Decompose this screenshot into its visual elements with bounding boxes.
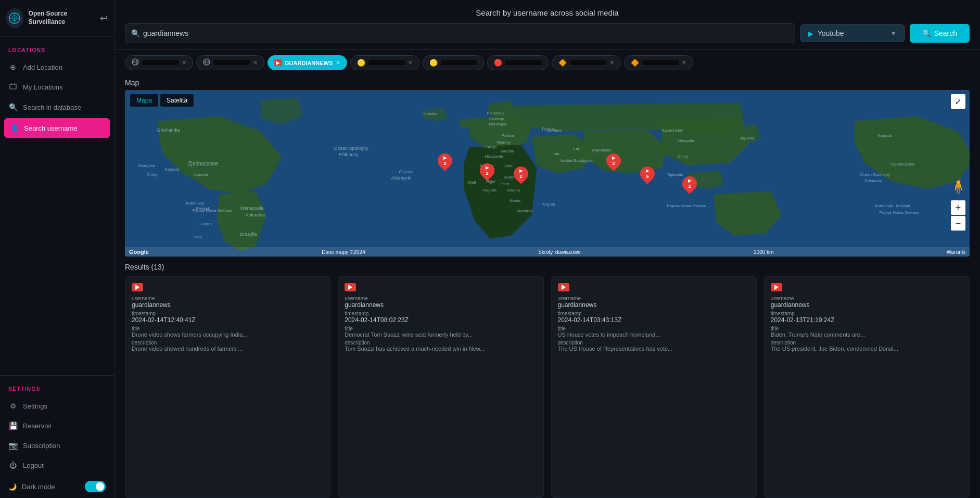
locations-section-label: LOCATIONS (0, 37, 114, 57)
svg-text:Ocean Spokojny: Ocean Spokojny (334, 146, 369, 151)
tab-icon-2 (203, 58, 210, 67)
results-section: Results (13) username guardiannews times… (114, 257, 980, 498)
username-label-4: username (771, 296, 963, 301)
platform-select[interactable]: ▶ Youtube ▼ (800, 24, 905, 42)
card-1-timestamp-field: timestamp 2024-02-14T12:40:41Z (132, 311, 324, 324)
map-container[interactable]: Mapa Satelita ⤢ 🧍 + − (125, 90, 970, 257)
tab-icon-1 (132, 58, 139, 67)
search-database-icon: 🔍 (8, 103, 18, 111)
sidebar-item-search-username[interactable]: 👤 Search username (4, 118, 110, 138)
map-marker-4[interactable]: ▶ 2 (606, 154, 621, 168)
platform-tab-3[interactable]: ▶ GUARDIANNEWS ✕ (268, 55, 347, 70)
page-title: Search by username across social media (125, 8, 970, 17)
sidebar-item-logout[interactable]: ⏻ Logout (0, 455, 114, 475)
card-3-timestamp-field: timestamp 2024-02-14T03:43:13Z (558, 311, 750, 324)
back-icon[interactable]: ↩ (100, 12, 108, 24)
svg-text:Kolumbia: Kolumbia (246, 212, 265, 218)
result-card-4: username guardiannews timestamp 2024-02-… (764, 276, 970, 498)
platform-tab-7[interactable]: 🔶 ✕ (552, 55, 621, 70)
title-label-3: title (558, 326, 750, 331)
map-marker-5[interactable]: ▶ 5 (640, 167, 655, 181)
map-marker-6[interactable]: ▶ 2 (682, 176, 697, 191)
fullscreen-button[interactable]: ⤢ (951, 94, 965, 109)
sidebar-item-label: Add Location (23, 63, 62, 71)
main-content: Search by username across social media 🔍… (114, 0, 980, 498)
chevron-down-icon: ▼ (890, 30, 897, 37)
sidebar-item-reservoir[interactable]: 💾 Reservoir (0, 416, 114, 436)
sidebar-item-my-locations[interactable]: My Locations (0, 77, 114, 97)
username-value-1: guardiannews (132, 301, 324, 309)
search-input[interactable] (125, 23, 795, 43)
card-2-username-field: username guardiannews (345, 296, 537, 309)
sidebar-item-add-location[interactable]: ⊕ Add Location (0, 57, 114, 77)
zoom-in-button[interactable]: + (951, 200, 965, 215)
svg-text:Polska: Polska (502, 133, 515, 138)
card-1-title-field: title Drone video shows farmers occupyin… (132, 326, 324, 338)
close-icon-8[interactable]: ✕ (682, 59, 686, 66)
close-icon-4[interactable]: ✕ (408, 59, 413, 66)
platform-tab-2[interactable]: ✕ (196, 55, 264, 70)
map-marker-3[interactable]: ▶ 2 (480, 163, 494, 178)
platform-icon: ▶ (808, 30, 813, 37)
platform-tabs: ✕ ✕ ▶ GUARDIANNEWS ✕ 🟡 ✕ 🟡 🔴 (114, 50, 980, 75)
map-marker-1[interactable]: ▶ 2 (438, 154, 452, 168)
svg-text:Rosja: Rosja (542, 126, 554, 132)
svg-text:Niemcy: Niemcy (497, 140, 511, 145)
search-button[interactable]: 🔍 Search (910, 24, 970, 43)
tab-label-5 (441, 59, 477, 67)
result-card-3: username guardiannews timestamp 2024-02-… (551, 276, 757, 498)
sidebar-item-search-database[interactable]: 🔍 Search in database (0, 97, 114, 117)
map-marker-2[interactable]: ▶ 2 (514, 167, 528, 181)
settings-icon: ⚙ (8, 402, 18, 410)
tab-icon-5: 🟡 (429, 59, 438, 67)
zoom-out-button[interactable]: − (951, 216, 965, 231)
search-username-icon: 👤 (9, 124, 19, 132)
svg-text:Mali: Mali (468, 180, 476, 185)
platform-tab-1[interactable]: ✕ (125, 55, 193, 70)
close-icon-7[interactable]: ✕ (609, 59, 614, 66)
card-3-username-field: username guardiannews (558, 296, 750, 309)
timestamp-label-4: timestamp (771, 311, 963, 316)
sidebar-item-subscription[interactable]: 📷 Subscription (0, 436, 114, 455)
username-label-2: username (345, 296, 537, 301)
platform-tab-6[interactable]: 🔴 (487, 55, 549, 70)
svg-text:Chiny: Chiny (678, 154, 688, 159)
description-label-4: description (771, 340, 963, 346)
sidebar-item-settings[interactable]: ⚙ Settings (0, 396, 114, 416)
platform-tab-8[interactable]: 🔶 ✕ (624, 55, 693, 70)
title-value-2: Democrat Tom Suozzi wins seat formerly h… (345, 331, 537, 338)
tab-label-3: GUARDIANNEWS (285, 60, 333, 66)
card-3-title-field: title US House votes to impeach homeland… (558, 326, 750, 338)
close-icon-3[interactable]: ✕ (336, 59, 340, 66)
svg-text:Indonezja: Indonezja (875, 203, 894, 208)
google-logo: Google (129, 249, 149, 255)
search-btn-icon: 🔍 (922, 29, 931, 37)
tab-icon-7: 🔶 (558, 59, 567, 67)
svg-text:Norwegia: Norwegia (489, 122, 507, 126)
dark-mode-toggle[interactable] (85, 481, 106, 492)
tab-label-8 (642, 59, 679, 67)
search-btn-label: Search (934, 29, 957, 37)
map-tab-map[interactable]: Mapa (130, 94, 158, 107)
tab-label-7 (570, 59, 606, 67)
dark-mode-row: 🌙 Dark mode (0, 475, 114, 498)
map-data-credit: Dane mapy ©2024 (322, 249, 365, 255)
svg-text:Kazachstan: Kazachstan (662, 128, 684, 133)
svg-text:Atlantycki: Atlantycki (391, 175, 412, 181)
close-icon-1[interactable]: ✕ (182, 59, 186, 66)
platform-tab-5[interactable]: 🟡 (423, 55, 484, 70)
description-label-2: description (345, 340, 537, 346)
sidebar-item-label: Search in database (23, 104, 81, 111)
street-view-icon[interactable]: 🧍 (951, 173, 965, 199)
map-tab-satellite[interactable]: Satelita (160, 94, 194, 107)
description-value-1: Drone video showed hundreds of farmers'.… (132, 346, 324, 352)
card-1-username-field: username guardiannews (132, 296, 324, 309)
map-section: Map Mapa Satelita ⤢ 🧍 + − (114, 75, 980, 257)
close-icon-2[interactable]: ✕ (253, 59, 258, 66)
map-zoom-controls: + − (951, 200, 965, 231)
map-footer: Google Dane mapy ©2024 Skróty klawiszowe… (125, 247, 970, 257)
svg-text:Wenezuela: Wenezuela (240, 206, 264, 211)
platform-label: Youtube (818, 29, 886, 37)
platform-tab-4[interactable]: 🟡 ✕ (350, 55, 419, 70)
timestamp-value-3: 2024-02-14T03:43:13Z (558, 316, 750, 324)
